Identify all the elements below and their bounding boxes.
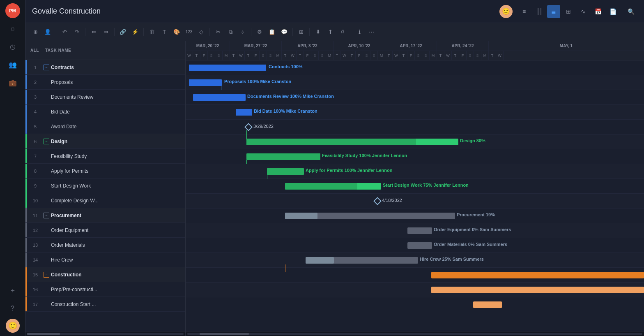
task-row[interactable]: 1 − Contracts (25, 60, 185, 75)
sidebar-item-work[interactable]: 💼 (5, 75, 21, 90)
group-toggle[interactable]: − (44, 139, 49, 144)
more-btn[interactable]: ··· (366, 26, 377, 38)
tool1-btn[interactable]: ⚙ (254, 26, 265, 38)
shape-btn[interactable]: ◇ (196, 26, 207, 38)
list-view-btn[interactable]: ≡ (518, 5, 531, 18)
gantt-bar-order-equipment[interactable] (407, 227, 432, 234)
task-row[interactable]: 15 − Construction (25, 267, 185, 282)
day-label: S (467, 51, 474, 60)
group-toggle[interactable]: − (44, 213, 49, 218)
copy-btn[interactable]: ⧉ (225, 26, 236, 38)
gantt-bar-procurement[interactable] (285, 213, 455, 219)
task-row[interactable]: 5 Award Date (25, 119, 185, 134)
wave-view-btn[interactable]: ∿ (577, 5, 590, 18)
text-format-btn[interactable]: T (159, 26, 170, 38)
gantt-bar-row-prep (186, 283, 644, 297)
task-row[interactable]: 11 − Procurement (25, 208, 185, 223)
day-label: W (444, 51, 452, 60)
gantt-bar-feasibility[interactable] (246, 153, 320, 160)
gantt-scrollbar-thumb[interactable] (200, 333, 249, 335)
undo-btn[interactable]: ↶ (59, 26, 70, 38)
share-btn[interactable]: ⬆ (324, 26, 336, 38)
unlink-btn[interactable]: ⚡ (129, 26, 141, 38)
color-btn[interactable]: 🎨 (171, 26, 182, 38)
task-row[interactable]: 6 − Design (25, 134, 185, 149)
task-panel: ALL TASK NAME 1 − Contracts 2 (25, 41, 186, 336)
day-label: S (311, 51, 319, 60)
task-row[interactable]: 16 Prep/Pre-constructi... (25, 282, 185, 297)
indent-btn[interactable]: ⇒ (100, 26, 112, 38)
gantt-bar-docs-review[interactable] (193, 94, 246, 101)
doc-view-btn[interactable]: 📄 (606, 5, 619, 18)
gantt-milestone-label-award-date: 3/29/2022 (253, 124, 274, 129)
gantt-bar-label-permits: Apply for Permits 100% Jennifer Lennon (306, 168, 393, 173)
sidebar-item-recent[interactable]: ◷ (5, 39, 21, 54)
task-row[interactable]: 10 Complete Design W... (25, 193, 185, 208)
toolbar-sep-4 (143, 28, 144, 36)
task-row[interactable]: 7 Feasibility Study (25, 149, 185, 164)
group-toggle[interactable]: − (44, 272, 49, 278)
main-area: Govalle Construction 🙂 ≡ ⎥⎥ ≣ ⊞ ∿ 📅 📄 🔍 … (25, 0, 644, 336)
task-row[interactable]: 3 Documents Review (25, 90, 185, 104)
task-scrollbar[interactable] (25, 331, 185, 336)
number-btn[interactable]: 123 (183, 26, 195, 38)
redo-btn[interactable]: ↷ (71, 26, 83, 38)
user-avatar[interactable]: 🙂 (6, 319, 20, 333)
task-scrollbar-thumb[interactable] (27, 333, 60, 335)
task-number: 8 (27, 169, 44, 174)
task-row[interactable]: 9 Start Design Work (25, 178, 185, 193)
sidebar-item-add[interactable]: ＋ (5, 283, 21, 298)
gantt-bar-construction-start[interactable] (473, 301, 502, 308)
gantt-bar-row-order-equipment: Order Equipment 0% Sam Summers (186, 223, 644, 238)
gantt-bar-design-work[interactable] (285, 183, 381, 190)
tool3-btn[interactable]: 💬 (278, 26, 290, 38)
gantt-bar-contracts[interactable] (189, 65, 266, 71)
paste-btn[interactable]: ⎀ (237, 26, 248, 38)
gantt-bar-prep[interactable] (431, 287, 644, 293)
gantt-bar-row-order-materials: Order Materials 0% Sam Summers (186, 238, 644, 253)
sidebar-item-home[interactable]: ⌂ (5, 21, 21, 36)
toolbar-sep-9 (351, 28, 351, 36)
table-view-btn[interactable]: ⊞ (562, 5, 575, 18)
gantt-view-btn[interactable]: ≣ (547, 5, 560, 18)
pm-logo[interactable]: PM (5, 3, 20, 18)
export-btn[interactable]: ⬇ (312, 26, 324, 38)
search-btn[interactable]: 🔍 (624, 5, 637, 18)
gantt-bar-permits[interactable] (267, 168, 304, 175)
print-btn[interactable]: ⎙ (337, 26, 348, 38)
tool2-btn[interactable]: 📋 (266, 26, 278, 38)
info-btn[interactable]: ℹ (354, 26, 365, 38)
day-label: W (393, 51, 400, 60)
gantt-bar-hire-crew[interactable] (306, 257, 418, 264)
delete-btn[interactable]: 🗑 (146, 26, 158, 38)
task-row[interactable]: 12 Order Equipment (25, 223, 185, 238)
day-label: F (407, 51, 415, 60)
sidebar-item-people[interactable]: 👥 (5, 57, 21, 72)
task-number: 6 (27, 139, 44, 144)
cut-btn[interactable]: ✂ (212, 26, 224, 38)
col-btn[interactable]: ⊞ (295, 26, 307, 38)
gantt-bar-proposals[interactable] (189, 79, 222, 86)
group-toggle[interactable]: − (44, 65, 49, 70)
gantt-bar-order-materials[interactable] (407, 242, 432, 249)
gantt-scrollbar[interactable] (186, 331, 644, 336)
task-row[interactable]: 14 Hire Crew (25, 253, 185, 267)
add-user-btn[interactable]: 👤 (42, 26, 53, 38)
gantt-bar-design[interactable] (246, 139, 458, 145)
task-row[interactable]: 17 Construction Start ... (25, 297, 185, 312)
gantt-bar-construction[interactable] (431, 272, 644, 278)
add-task-btn[interactable]: ⊕ (30, 26, 41, 38)
calendar-view-btn[interactable]: 📅 (591, 5, 605, 18)
task-row[interactable]: 13 Order Materials (25, 238, 185, 253)
gantt-bar-bid-date[interactable] (236, 109, 252, 116)
task-row[interactable]: 8 Apply for Permits (25, 164, 185, 178)
sidebar-item-help[interactable]: ? (5, 301, 21, 316)
outdent-btn[interactable]: ⇐ (88, 26, 99, 38)
gantt-bar-label-feasibility: Feasibility Study 100% Jennifer Lennon (322, 153, 407, 158)
link-btn[interactable]: 🔗 (117, 26, 129, 38)
day-label: T (230, 51, 237, 60)
task-row[interactable]: 4 Bid Date (25, 104, 185, 119)
task-row[interactable]: 2 Proposals (25, 75, 185, 90)
toolbar-sep-3 (114, 28, 115, 36)
bar-view-btn[interactable]: ⎥⎥ (532, 5, 545, 18)
